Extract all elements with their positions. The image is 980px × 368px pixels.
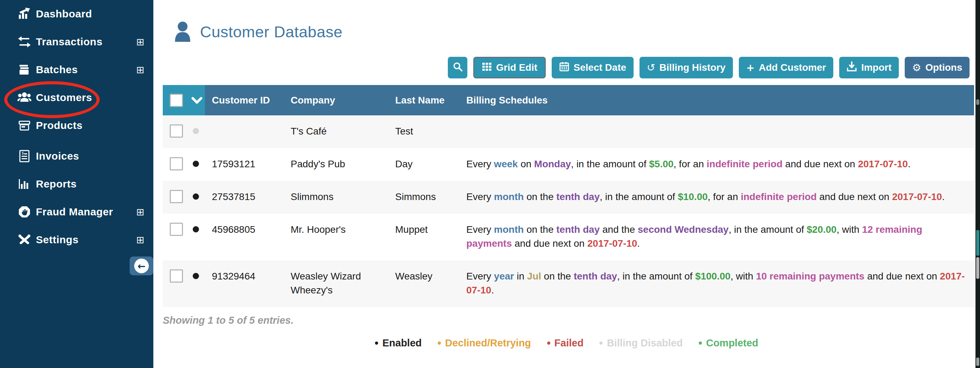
cell-company: T's Café [284, 115, 388, 148]
options-button[interactable]: ⚙ Options [905, 57, 970, 78]
status-legend: Enabled Declined/Retrying Failed Billing… [153, 337, 980, 349]
cell-customer-id: 45968805 [205, 213, 284, 260]
sidebar-item-batches[interactable]: Batches ⊞ [0, 56, 153, 84]
scrollbar-mark [976, 358, 979, 366]
cell-billing-schedule: Every month on the tenth day and the sec… [466, 223, 967, 250]
sidebar-item-products[interactable]: Products [0, 112, 153, 139]
sidebar-item-label: Fraud Manager [36, 206, 113, 218]
grid-edit-button[interactable]: Grid Edit [473, 57, 546, 78]
sidebar-item-customers[interactable]: Customers [0, 84, 153, 112]
legend-label: Billing Disabled [607, 337, 683, 349]
search-button[interactable] [448, 57, 467, 78]
sidebar-item-transactions[interactable]: Transactions ⊞ [0, 28, 153, 56]
sidebar-item-label: Settings [36, 234, 78, 246]
import-button[interactable]: Import [839, 57, 899, 78]
sidebar-collapse-button[interactable]: ← [130, 256, 153, 275]
main-content: Customer Database Grid Edit Select Date [153, 0, 980, 368]
expand-plus-icon[interactable]: ⊞ [136, 64, 144, 76]
cell-last-name: Muppet [388, 213, 459, 260]
billing-history-button[interactable]: ↺ Billing History [640, 57, 733, 78]
row-checkbox[interactable] [170, 157, 183, 170]
chevron-down-icon[interactable] [191, 97, 202, 104]
legend-dot [375, 341, 378, 345]
column-header-last-name[interactable]: Last Name [388, 85, 459, 115]
cell-last-name: Day [388, 148, 459, 181]
row-checkbox[interactable] [170, 190, 183, 203]
column-header-customer-id[interactable]: Customer ID [205, 85, 284, 115]
grid-icon [482, 61, 492, 74]
batches-icon [17, 62, 32, 77]
cell-billing-schedule: Every month on the tenth day, in the amo… [466, 190, 967, 204]
column-header-billing-schedules[interactable]: Billing Schedules [459, 85, 974, 115]
expand-plus-icon[interactable]: ⊞ [136, 36, 144, 48]
legend-label: Completed [706, 337, 758, 349]
table-row: 17593121 Paddy's Pub Day Every week on M… [163, 148, 974, 181]
cell-last-name: Test [388, 115, 459, 148]
customer-person-icon [174, 21, 191, 43]
customer-table: Customer ID Company Last Name Billing Sc… [163, 85, 974, 307]
legend-dot [699, 341, 702, 345]
plus-icon: + [746, 63, 754, 73]
collapse-arrow-icon: ← [134, 258, 149, 273]
status-dot [193, 273, 199, 279]
select-all-checkbox[interactable] [170, 94, 183, 107]
fraud-manager-icon [17, 204, 32, 220]
row-checkbox[interactable] [170, 269, 183, 283]
scrollbar-track [975, 0, 980, 368]
legend-dot [438, 341, 441, 345]
scrollbar-thumb[interactable] [976, 257, 979, 279]
history-icon: ↺ [647, 63, 655, 73]
import-icon [846, 61, 857, 74]
column-header-company[interactable]: Company [284, 85, 388, 115]
sidebar-item-label: Products [36, 119, 83, 131]
table-row: T's Café Test [163, 115, 974, 148]
showing-entries-text: Showing 1 to 5 of 5 entries. [163, 315, 293, 326]
sidebar-item-fraud-manager[interactable]: Fraud Manager ⊞ [0, 198, 153, 226]
legend-dot [600, 341, 603, 345]
legend-item-completed: Completed [699, 337, 758, 349]
cell-last-name: Simmons [388, 181, 459, 213]
legend-label: Declined/Retrying [445, 337, 531, 349]
cell-company: Slimmons [284, 181, 388, 213]
expand-plus-icon[interactable]: ⊞ [136, 206, 144, 218]
row-checkbox[interactable] [170, 124, 183, 138]
add-customer-button[interactable]: + Add Customer [739, 57, 833, 78]
sidebar: Dashboard Transactions ⊞ Batches ⊞ Custo… [0, 0, 153, 368]
scrollbar-mark [976, 99, 979, 105]
table-header-row: Customer ID Company Last Name Billing Sc… [163, 85, 974, 115]
legend-item-declined-retrying: Declined/Retrying [438, 337, 531, 349]
sidebar-item-settings[interactable]: Settings ⊞ [0, 226, 153, 254]
legend-label: Failed [554, 337, 584, 349]
invoices-icon: $ [17, 148, 32, 164]
sidebar-item-dashboard[interactable]: Dashboard [0, 0, 153, 28]
table-row: 91329464 Weasley Wizard Wheezy's Weasley… [163, 260, 974, 307]
sidebar-item-reports[interactable]: Reports [0, 170, 153, 198]
legend-item-failed: Failed [547, 337, 584, 349]
legend-item-enabled: Enabled [375, 337, 422, 349]
gear-icon: ⚙ [912, 63, 921, 73]
sidebar-item-invoices[interactable]: $ Invoices [0, 142, 153, 170]
select-date-button[interactable]: Select Date [552, 57, 633, 78]
legend-dot [547, 341, 550, 345]
cell-billing-schedule: Every week on Monday, in the amount of $… [466, 157, 967, 171]
status-dot [193, 128, 199, 134]
cell-company: Weasley Wizard Wheezy's [284, 260, 388, 307]
legend-label: Enabled [382, 337, 422, 349]
cell-customer-id [205, 115, 284, 148]
sidebar-item-label: Transactions [36, 36, 102, 48]
cell-company: Paddy's Pub [284, 148, 388, 181]
table-row: 27537815 Slimmons Simmons Every month on… [163, 181, 974, 213]
expand-plus-icon[interactable]: ⊞ [136, 234, 144, 246]
reports-icon [17, 176, 32, 192]
calendar-icon [559, 61, 570, 74]
svg-text:$: $ [22, 151, 24, 155]
status-dot [193, 226, 199, 233]
select-all-header [163, 85, 205, 115]
dashboard-icon [17, 6, 32, 22]
cell-billing-schedule: Every year in Jul on the tenth day, in t… [466, 269, 967, 297]
toolbar: Grid Edit Select Date ↺ Billing History … [448, 57, 970, 78]
row-checkbox[interactable] [170, 223, 183, 236]
sidebar-item-label: Reports [36, 178, 77, 190]
products-icon [17, 118, 32, 133]
cell-customer-id: 17593121 [205, 148, 284, 181]
